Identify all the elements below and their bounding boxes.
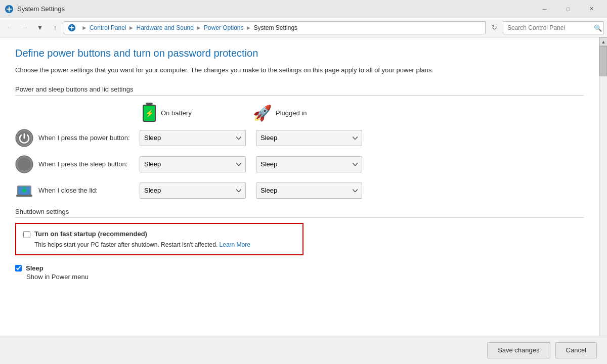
refresh-button[interactable]: ↻: [488, 21, 501, 34]
shutdown-header: Shutdown settings: [15, 208, 584, 218]
lid-battery-select[interactable]: Sleep Do nothing Hibernate Shut down Tur…: [140, 183, 246, 199]
breadcrumb-control-panel[interactable]: Control Panel: [90, 24, 126, 31]
window-icon: [4, 4, 14, 14]
svg-rect-12: [16, 195, 32, 197]
scrollbar: ▲ ▼: [599, 37, 607, 364]
power-battery-select[interactable]: Sleep Do nothing Hibernate Shut down Tur…: [140, 130, 246, 146]
lid-close-icon: [15, 181, 33, 200]
content-area: Define power buttons and turn on passwor…: [0, 37, 599, 364]
scrollbar-track[interactable]: [599, 46, 607, 355]
up-button[interactable]: ↑: [49, 21, 62, 34]
fast-startup-label[interactable]: Turn on fast startup (recommended): [34, 230, 147, 238]
lid-close-dropdowns: Sleep Do nothing Hibernate Shut down Tur…: [140, 183, 362, 199]
maximize-button[interactable]: □: [556, 0, 580, 18]
power-plugged-select[interactable]: Sleep Do nothing Hibernate Shut down Tur…: [256, 130, 362, 146]
power-col-headers: ⚡ On battery 🚀 Plugged in: [142, 103, 584, 124]
shutdown-section: Shutdown settings Turn on fast startup (…: [15, 208, 584, 281]
lid-plugged-select[interactable]: Sleep Do nothing Hibernate Shut down Tur…: [256, 183, 362, 199]
window-body: Define power buttons and turn on passwor…: [0, 37, 607, 364]
breadcrumb-bar: ► Control Panel ► Hardware and Sound ► P…: [64, 21, 486, 34]
window-controls: ─ □ ✕: [533, 0, 603, 18]
scrollbar-thumb[interactable]: [599, 46, 607, 76]
breadcrumb-hardware[interactable]: Hardware and Sound: [137, 24, 194, 31]
sleep-button-icon: [15, 155, 33, 173]
back-button[interactable]: ←: [3, 21, 16, 34]
page-heading: Define power buttons and turn on passwor…: [15, 48, 584, 59]
sleep-button-row: When I press the sleep button: Sleep Do …: [15, 155, 584, 173]
minimize-button[interactable]: ─: [533, 0, 556, 18]
scrollbar-up-button[interactable]: ▲: [599, 37, 607, 46]
sleep-button-dropdowns: Sleep Do nothing Hibernate Shut down Tur…: [140, 156, 362, 172]
battery-header: ⚡ On battery: [142, 103, 253, 124]
bottom-bar: Save changes Cancel: [0, 336, 607, 364]
battery-label: On battery: [161, 109, 192, 117]
battery-icon: ⚡: [142, 103, 157, 124]
cancel-button[interactable]: Cancel: [555, 342, 597, 358]
dropdown-button[interactable]: ▼: [33, 21, 47, 34]
title-bar: System Settings ─ □ ✕: [0, 0, 607, 18]
breadcrumb-sep-4: ►: [246, 24, 252, 31]
sleep-button-label: When I press the sleep button:: [38, 160, 140, 168]
plugged-header: 🚀 Plugged in: [253, 104, 364, 122]
search-input[interactable]: [503, 21, 604, 34]
window-title: System Settings: [17, 5, 533, 13]
sleep-checkbox[interactable]: [15, 265, 22, 271]
breadcrumb-sep-1: ►: [81, 24, 88, 31]
learn-more-link[interactable]: Learn More: [220, 241, 250, 248]
sleep-plugged-select[interactable]: Sleep Do nothing Hibernate Shut down Tur…: [256, 156, 362, 172]
fast-startup-row: Turn on fast startup (recommended): [23, 230, 295, 238]
power-button-label: When I press the power button:: [38, 134, 140, 142]
lid-close-label: When I close the lid:: [38, 187, 140, 194]
sleep-setting-row: Sleep: [15, 264, 584, 272]
fast-startup-desc: This helps start your PC faster after sh…: [34, 241, 295, 248]
breadcrumb-sep-3: ►: [196, 24, 202, 31]
forward-button[interactable]: →: [18, 21, 31, 34]
search-wrapper: 🔍: [503, 21, 604, 34]
power-button-row: When I press the power button: Sleep Do …: [15, 129, 584, 147]
fast-startup-checkbox[interactable]: [23, 231, 30, 238]
close-button[interactable]: ✕: [580, 0, 603, 18]
page-description: Choose the power settings that you want …: [15, 65, 584, 75]
breadcrumb-current: System Settings: [253, 24, 297, 31]
address-bar: ← → ▼ ↑ ► Control Panel ► Hardware and S…: [0, 18, 607, 37]
svg-rect-2: [146, 103, 153, 105]
sleep-setting-label[interactable]: Sleep: [26, 264, 44, 272]
fast-startup-box: Turn on fast startup (recommended) This …: [15, 223, 304, 255]
breadcrumb-power[interactable]: Power Options: [204, 24, 244, 31]
show-in-power-label: Show in Power menu: [26, 273, 584, 281]
svg-point-9: [18, 158, 31, 171]
sleep-battery-select[interactable]: Sleep Do nothing Hibernate Shut down Tur…: [140, 156, 246, 172]
plugged-label: Plugged in: [276, 109, 307, 117]
breadcrumb-sep-2: ►: [128, 24, 135, 31]
power-button-icon: [15, 129, 33, 147]
svg-text:⚡: ⚡: [145, 109, 154, 118]
plugged-icon: 🚀: [253, 104, 272, 122]
search-button[interactable]: 🔍: [594, 24, 602, 31]
power-button-dropdowns: Sleep Do nothing Hibernate Shut down Tur…: [140, 130, 362, 146]
save-changes-button[interactable]: Save changes: [487, 342, 550, 358]
lid-close-row: When I close the lid: Sleep Do nothing H…: [15, 181, 584, 200]
section-power-header: Power and sleep buttons and lid settings: [15, 85, 584, 96]
